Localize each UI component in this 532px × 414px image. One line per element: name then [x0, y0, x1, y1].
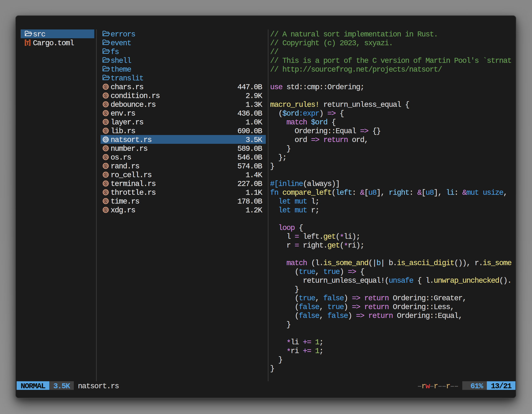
svg-text:R: R — [104, 173, 107, 177]
svg-text:R: R — [104, 85, 107, 89]
svg-text:R: R — [104, 111, 107, 115]
svg-text:R: R — [104, 120, 107, 124]
svg-text:R: R — [104, 102, 107, 106]
svg-text:R: R — [104, 137, 107, 142]
svg-text:R: R — [104, 199, 107, 203]
svg-text:R: R — [104, 155, 107, 159]
svg-text:R: R — [104, 190, 107, 194]
svg-text:R: R — [104, 129, 107, 133]
svg-text:R: R — [104, 208, 107, 212]
svg-text:R: R — [104, 182, 107, 185]
svg-text:R: R — [104, 164, 107, 168]
svg-text:R: R — [104, 94, 107, 97]
svg-text:R: R — [104, 146, 107, 150]
